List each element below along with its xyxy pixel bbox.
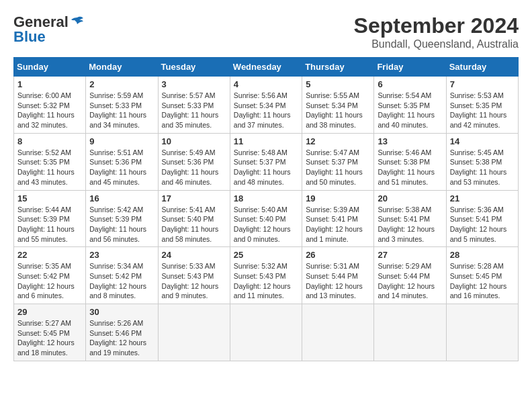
day-info: Sunrise: 5:29 AM Sunset: 5:44 PM Dayligh… [378,261,442,301]
sunset-label: Sunset: 5:41 PM [306,215,358,223]
calendar-cell: 24 Sunrise: 5:33 AM Sunset: 5:43 PM Dayl… [158,247,230,304]
day-info: Sunrise: 5:51 AM Sunset: 5:36 PM Dayligh… [89,148,154,187]
sunset-label: Sunset: 5:38 PM [450,158,502,166]
daylight-label: Daylight: 12 hours and 6 minutes. [17,282,75,300]
logo: General Blue [13,13,85,46]
daylight-label: Daylight: 11 hours and 45 minutes. [89,168,146,186]
day-info: Sunrise: 5:54 AM Sunset: 5:35 PM Dayligh… [378,91,442,130]
logo-bird-icon [70,15,85,30]
day-info: Sunrise: 5:36 AM Sunset: 5:41 PM Dayligh… [450,205,515,244]
sunrise-label: Sunrise: 5:33 AM [162,262,216,270]
day-info: Sunrise: 5:49 AM Sunset: 5:36 PM Dayligh… [162,148,226,187]
sunset-label: Sunset: 5:43 PM [162,272,214,280]
calendar-cell: 9 Sunrise: 5:51 AM Sunset: 5:36 PM Dayli… [86,133,158,190]
calendar-cell: 10 Sunrise: 5:49 AM Sunset: 5:36 PM Dayl… [158,133,230,190]
day-info: Sunrise: 5:53 AM Sunset: 5:35 PM Dayligh… [450,91,515,130]
daylight-label: Daylight: 11 hours and 48 minutes. [234,168,291,186]
sunrise-label: Sunrise: 5:36 AM [450,205,504,214]
day-number: 2 [89,79,154,89]
day-number: 14 [450,136,515,146]
sunset-label: Sunset: 5:36 PM [89,158,142,166]
page-title: September 2024 [354,13,519,38]
day-info: Sunrise: 5:44 AM Sunset: 5:39 PM Dayligh… [17,205,82,244]
sunrise-label: Sunrise: 5:40 AM [234,205,287,214]
calendar-cell: 6 Sunrise: 5:54 AM Sunset: 5:35 PM Dayli… [374,77,446,134]
sunset-label: Sunset: 5:36 PM [162,158,214,166]
weekday-header-thursday: Thursday [302,58,374,77]
day-number: 22 [17,250,82,260]
calendar-cell: 21 Sunrise: 5:36 AM Sunset: 5:41 PM Dayl… [446,190,518,247]
calendar-cell: 16 Sunrise: 5:42 AM Sunset: 5:39 PM Dayl… [86,190,158,247]
calendar-cell [158,304,230,361]
day-number: 23 [89,250,154,260]
title-block: September 2024 Bundall, Queensland, Aust… [354,13,519,50]
calendar-cell: 22 Sunrise: 5:35 AM Sunset: 5:42 PM Dayl… [14,247,86,304]
day-info: Sunrise: 5:55 AM Sunset: 5:34 PM Dayligh… [306,91,370,130]
weekday-header-sunday: Sunday [14,58,86,77]
sunrise-label: Sunrise: 5:53 AM [450,91,504,99]
calendar-cell: 8 Sunrise: 5:52 AM Sunset: 5:35 PM Dayli… [14,133,86,190]
sunrise-label: Sunrise: 5:44 AM [17,205,71,214]
daylight-label: Daylight: 12 hours and 16 minutes. [450,282,507,300]
sunset-label: Sunset: 5:43 PM [234,272,286,280]
day-number: 25 [234,250,298,260]
day-info: Sunrise: 5:40 AM Sunset: 5:40 PM Dayligh… [234,205,298,244]
daylight-label: Daylight: 11 hours and 40 minutes. [378,111,435,129]
calendar-cell: 18 Sunrise: 5:40 AM Sunset: 5:40 PM Dayl… [230,190,302,247]
day-info: Sunrise: 5:34 AM Sunset: 5:42 PM Dayligh… [89,261,154,301]
sunset-label: Sunset: 5:33 PM [89,101,142,109]
day-info: Sunrise: 5:33 AM Sunset: 5:43 PM Dayligh… [162,261,226,301]
calendar-cell: 25 Sunrise: 5:32 AM Sunset: 5:43 PM Dayl… [230,247,302,304]
day-number: 19 [306,193,370,203]
sunset-label: Sunset: 5:40 PM [162,215,214,223]
daylight-label: Daylight: 11 hours and 34 minutes. [89,111,146,129]
day-info: Sunrise: 5:45 AM Sunset: 5:38 PM Dayligh… [450,148,515,187]
sunrise-label: Sunrise: 6:00 AM [17,91,71,99]
daylight-label: Daylight: 12 hours and 5 minutes. [450,225,507,243]
daylight-label: Daylight: 11 hours and 32 minutes. [17,111,75,129]
sunrise-label: Sunrise: 5:59 AM [89,91,143,99]
daylight-label: Daylight: 11 hours and 56 minutes. [89,225,146,243]
calendar-cell: 30 Sunrise: 5:26 AM Sunset: 5:46 PM Dayl… [86,304,158,361]
sunset-label: Sunset: 5:42 PM [89,272,142,280]
day-number: 1 [17,79,82,89]
day-number: 6 [378,79,442,89]
daylight-label: Daylight: 11 hours and 58 minutes. [162,225,219,243]
day-number: 5 [306,79,370,89]
calendar-body: 1 Sunrise: 6:00 AM Sunset: 5:32 PM Dayli… [14,77,519,361]
sunrise-label: Sunrise: 5:46 AM [378,148,431,156]
day-info: Sunrise: 5:47 AM Sunset: 5:37 PM Dayligh… [306,148,370,187]
weekday-header-saturday: Saturday [446,58,518,77]
calendar-cell: 17 Sunrise: 5:41 AM Sunset: 5:40 PM Dayl… [158,190,230,247]
daylight-label: Daylight: 12 hours and 14 minutes. [378,282,435,300]
sunrise-label: Sunrise: 5:29 AM [378,262,431,270]
calendar-cell: 12 Sunrise: 5:47 AM Sunset: 5:37 PM Dayl… [302,133,374,190]
sunset-label: Sunset: 5:32 PM [17,101,70,109]
day-info: Sunrise: 5:38 AM Sunset: 5:41 PM Dayligh… [378,205,442,244]
calendar-header: SundayMondayTuesdayWednesdayThursdayFrid… [14,58,519,77]
day-info: Sunrise: 5:41 AM Sunset: 5:40 PM Dayligh… [162,205,226,244]
day-number: 17 [162,193,226,203]
sunset-label: Sunset: 5:39 PM [17,215,70,223]
calendar-week-row: 15 Sunrise: 5:44 AM Sunset: 5:39 PM Dayl… [14,190,519,247]
day-number: 15 [17,193,82,203]
day-number: 7 [450,79,515,89]
sunset-label: Sunset: 5:45 PM [450,272,502,280]
sunrise-label: Sunrise: 5:28 AM [450,262,504,270]
sunrise-label: Sunrise: 5:35 AM [17,262,71,270]
sunrise-label: Sunrise: 5:42 AM [89,205,143,214]
weekday-header-tuesday: Tuesday [158,58,230,77]
sunset-label: Sunset: 5:37 PM [306,158,358,166]
daylight-label: Daylight: 11 hours and 38 minutes. [306,111,363,129]
sunrise-label: Sunrise: 5:54 AM [378,91,431,99]
daylight-label: Daylight: 11 hours and 53 minutes. [450,168,507,186]
page-subtitle: Bundall, Queensland, Australia [354,38,519,50]
day-info: Sunrise: 5:26 AM Sunset: 5:46 PM Dayligh… [89,318,154,358]
sunrise-label: Sunrise: 5:38 AM [378,205,431,214]
day-number: 24 [162,250,226,260]
calendar-cell: 19 Sunrise: 5:39 AM Sunset: 5:41 PM Dayl… [302,190,374,247]
weekday-header-friday: Friday [374,58,446,77]
sunrise-label: Sunrise: 5:39 AM [306,205,359,214]
day-info: Sunrise: 5:52 AM Sunset: 5:35 PM Dayligh… [17,148,82,187]
day-number: 28 [450,250,515,260]
